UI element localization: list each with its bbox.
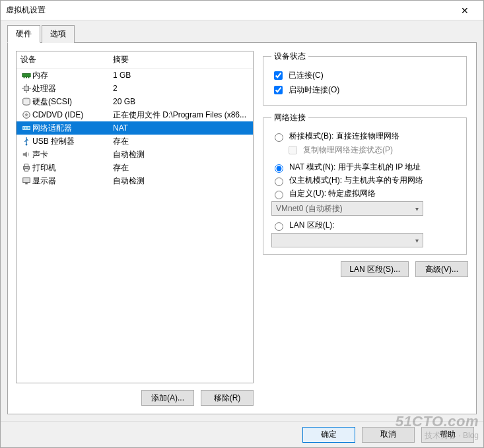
lan-select: ▾ bbox=[271, 233, 423, 247]
device-row-cpu[interactable]: 处理器 2 bbox=[17, 82, 253, 95]
custom-radio[interactable] bbox=[275, 191, 283, 199]
svg-rect-19 bbox=[23, 178, 30, 183]
replicate-checkbox bbox=[289, 146, 297, 154]
tab-hardware[interactable]: 硬件 bbox=[7, 25, 40, 43]
connected-checkbox[interactable] bbox=[274, 71, 283, 80]
connected-checkbox-row[interactable]: 已连接(C) bbox=[271, 69, 458, 82]
tab-bar: 硬件 选项 bbox=[7, 24, 477, 43]
col-summary: 摘要 bbox=[113, 54, 129, 65]
lan-radio[interactable] bbox=[275, 222, 283, 231]
replicate-checkbox-row: 复制物理网络连接状态(P) bbox=[286, 144, 458, 156]
bridged-radio[interactable] bbox=[275, 133, 283, 142]
left-panel: 设备 摘要 内存 1 GB 处理器 2 硬盘( bbox=[16, 51, 254, 406]
remove-button[interactable]: 移除(R) bbox=[201, 390, 254, 406]
add-button[interactable]: 添加(A)... bbox=[141, 390, 194, 406]
nat-radio[interactable] bbox=[275, 164, 283, 173]
disk-icon bbox=[20, 97, 32, 106]
device-row-memory[interactable]: 内存 1 GB bbox=[17, 69, 253, 82]
connect-on-start-checkbox[interactable] bbox=[274, 86, 283, 94]
svg-rect-2 bbox=[26, 77, 27, 79]
device-row-cddvd[interactable]: CD/DVD (IDE) 正在使用文件 D:\Program Files (x8… bbox=[17, 108, 253, 121]
footer: 确定 取消 帮助 bbox=[1, 421, 483, 447]
lan-segments-button[interactable]: LAN 区段(S)... bbox=[341, 261, 409, 277]
chevron-down-icon: ▾ bbox=[415, 205, 419, 212]
titlebar: 虚拟机设置 ✕ bbox=[1, 1, 483, 20]
svg-rect-4 bbox=[24, 86, 29, 91]
chevron-down-icon: ▾ bbox=[415, 237, 419, 244]
cd-icon bbox=[20, 110, 32, 119]
svg-rect-0 bbox=[22, 73, 30, 77]
lan-select-row: ▾ bbox=[271, 233, 458, 247]
lan-radio-row[interactable]: LAN 区段(L): bbox=[271, 220, 458, 231]
printer-icon bbox=[20, 163, 32, 172]
vmnet-select-row: VMnet0 (自动桥接) ▾ bbox=[271, 201, 458, 216]
cpu-icon bbox=[20, 84, 32, 93]
custom-radio-row[interactable]: 自定义(U): 特定虚拟网络 bbox=[271, 188, 458, 199]
svg-rect-14 bbox=[26, 127, 28, 129]
svg-rect-17 bbox=[24, 164, 28, 167]
device-row-sound[interactable]: 声卡 自动检测 bbox=[17, 148, 253, 161]
usb-icon bbox=[20, 137, 32, 146]
window-title: 虚拟机设置 bbox=[6, 5, 452, 16]
nat-radio-row[interactable]: NAT 模式(N): 用于共享主机的 IP 地址 bbox=[271, 162, 458, 173]
memory-icon bbox=[20, 71, 32, 80]
help-button[interactable]: 帮助 bbox=[421, 427, 474, 443]
cancel-button[interactable]: 取消 bbox=[362, 427, 415, 443]
device-row-display[interactable]: 显示器 自动检测 bbox=[17, 174, 253, 187]
device-row-printer[interactable]: 打印机 存在 bbox=[17, 161, 253, 174]
device-row-network[interactable]: 网络适配器 NAT bbox=[17, 121, 253, 135]
col-device: 设备 bbox=[20, 54, 113, 65]
right-panel: 设备状态 已连接(C) 启动时连接(O) 网络连接 桥接模式(B): 直接连接物… bbox=[261, 51, 468, 406]
bridged-radio-row[interactable]: 桥接模式(B): 直接连接物理网络 bbox=[271, 131, 458, 142]
svg-rect-13 bbox=[24, 127, 26, 129]
right-buttons: LAN 区段(S)... 高级(V)... bbox=[261, 261, 468, 277]
network-icon bbox=[20, 123, 32, 133]
main-area: 设备 摘要 内存 1 GB 处理器 2 硬盘( bbox=[7, 43, 477, 414]
hostonly-radio[interactable] bbox=[275, 177, 283, 186]
svg-rect-20 bbox=[25, 183, 28, 185]
tab-options[interactable]: 选项 bbox=[42, 25, 75, 43]
device-list: 设备 摘要 内存 1 GB 处理器 2 硬盘( bbox=[16, 51, 254, 383]
dialog-body: 硬件 选项 设备 摘要 内存 1 GB 处理器 bbox=[1, 20, 483, 421]
device-list-header: 设备 摘要 bbox=[17, 51, 253, 69]
network-legend: 网络连接 bbox=[271, 112, 308, 123]
device-state-group: 设备状态 已连接(C) 启动时连接(O) bbox=[263, 51, 467, 106]
svg-point-11 bbox=[26, 114, 28, 116]
svg-point-15 bbox=[26, 144, 28, 146]
ok-button[interactable]: 确定 bbox=[302, 427, 355, 443]
vmnet-select: VMnet0 (自动桥接) ▾ bbox=[271, 201, 423, 216]
network-group: 网络连接 桥接模式(B): 直接连接物理网络 复制物理网络连接状态(P) NAT… bbox=[263, 112, 467, 255]
svg-rect-3 bbox=[28, 77, 30, 79]
vm-settings-dialog: 虚拟机设置 ✕ 硬件 选项 设备 摘要 内存 1 GB bbox=[0, 0, 484, 448]
device-row-disk[interactable]: 硬盘(SCSI) 20 GB bbox=[17, 95, 253, 108]
device-state-legend: 设备状态 bbox=[271, 51, 308, 62]
svg-rect-18 bbox=[24, 169, 28, 172]
close-icon[interactable]: ✕ bbox=[452, 5, 478, 16]
left-buttons: 添加(A)... 移除(R) bbox=[16, 390, 254, 406]
hostonly-radio-row[interactable]: 仅主机模式(H): 与主机共享的专用网络 bbox=[271, 175, 458, 186]
device-row-usb[interactable]: USB 控制器 存在 bbox=[17, 135, 253, 148]
svg-rect-1 bbox=[24, 77, 25, 79]
display-icon bbox=[20, 176, 32, 185]
sound-icon bbox=[20, 150, 32, 159]
connect-on-start-checkbox-row[interactable]: 启动时连接(O) bbox=[271, 84, 458, 96]
advanced-button[interactable]: 高级(V)... bbox=[415, 261, 468, 277]
